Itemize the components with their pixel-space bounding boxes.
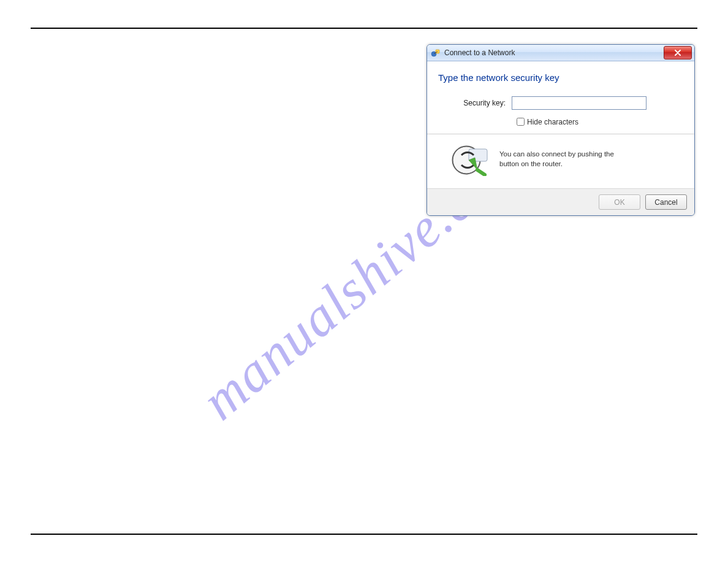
router-info-text: You can also connect by pushing the butt… [499,150,614,169]
info-line2: button on the router. [499,160,563,167]
hide-chars-label: Hide characters [527,118,578,126]
hr-bottom [31,534,697,535]
dialog-footer: OK Cancel [427,188,694,215]
security-key-input[interactable] [512,96,646,110]
titlebar[interactable]: Connect to a Network [427,45,694,61]
dialog-heading: Type the network security key [438,72,683,83]
close-icon [675,50,681,56]
network-icon [431,48,441,58]
security-key-row: Security key: [438,96,683,110]
cancel-button[interactable]: Cancel [645,194,687,210]
dialog-title: Connect to a Network [444,48,664,57]
dialog-body: Type the network security key Security k… [427,61,694,188]
hide-chars-row: Hide characters [514,116,683,128]
ok-button[interactable]: OK [599,194,640,210]
hide-chars-checkbox[interactable] [517,118,525,126]
hr-top [31,28,697,29]
router-icon [448,143,492,176]
ok-label: OK [614,198,624,207]
connect-network-dialog: Connect to a Network Type the network se… [427,44,695,216]
info-line1: You can also connect by pushing the [499,150,614,158]
router-info-row: You can also connect by pushing the butt… [438,134,683,183]
close-button[interactable] [664,46,692,59]
security-key-label: Security key: [438,99,512,107]
cancel-label: Cancel [654,198,677,207]
